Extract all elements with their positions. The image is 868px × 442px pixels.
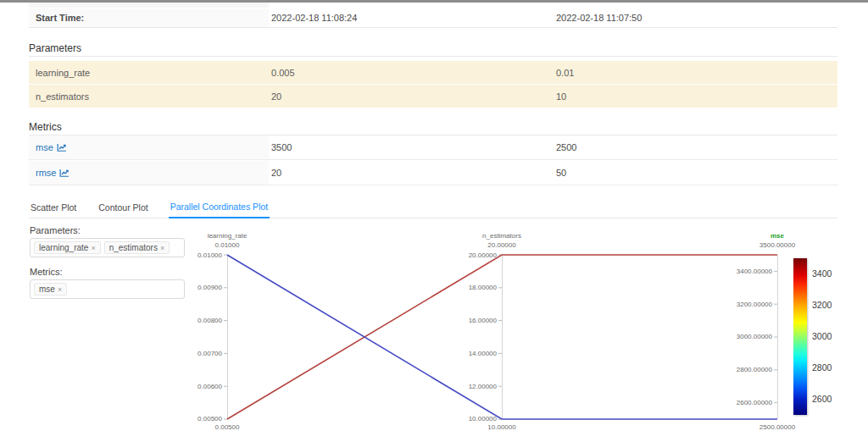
- chip-label: n_estimators: [109, 243, 158, 252]
- start-time-run2: 2022-02-18 11:07:50: [556, 13, 642, 23]
- tab-contour-plot[interactable]: Contour Plot: [97, 202, 149, 218]
- start-time-label: Start Time:: [36, 13, 84, 23]
- axis2-tick: 18.00000: [446, 284, 497, 291]
- axis1-tick: 0.00700: [171, 350, 222, 357]
- axis2-min-label: 10.00000: [434, 423, 570, 431]
- axis3-max-label: 3500.00000: [709, 241, 845, 249]
- axis1-min-label: 0.00500: [159, 423, 295, 431]
- metric-row-mse: mse 3500 2500: [29, 135, 837, 160]
- start-time-row: Start Time: 2022-02-18 11:08:24 2022-02-…: [29, 8, 837, 28]
- chip-remove-icon[interactable]: ×: [58, 285, 62, 294]
- axis1-tick: 0.00600: [171, 383, 222, 390]
- chip-mse[interactable]: mse ×: [34, 283, 67, 296]
- axis1-tick: 0.00500: [171, 415, 222, 423]
- axis2-tick: 20.00000: [446, 251, 497, 259]
- axis1-tick: 0.01000: [171, 251, 222, 259]
- axis3-tick: 2800.00000: [721, 366, 772, 373]
- colorbar-tick: 3400: [812, 268, 832, 279]
- axis2-tick: 14.00000: [446, 350, 497, 357]
- axis3-tick: 3000.00000: [721, 333, 772, 340]
- metric-run1-value: 3500: [271, 142, 292, 152]
- axis3-title[interactable]: mse: [709, 232, 845, 240]
- axis3-min-label: 2500.00000: [709, 423, 845, 431]
- tab-scatter-plot[interactable]: Scatter Plot: [29, 202, 78, 218]
- metrics-select[interactable]: mse ×: [30, 279, 185, 299]
- param-run1-value: 0.005: [271, 68, 295, 78]
- line-chart-icon: [57, 143, 67, 152]
- metric-name: rmse: [36, 168, 56, 178]
- plot-tab-bar: Scatter Plot Contour Plot Parallel Coord…: [29, 200, 837, 218]
- axis2-tick: 16.00000: [446, 317, 497, 324]
- metric-link-rmse[interactable]: rmse: [36, 168, 70, 178]
- parameters-heading-divider: [29, 56, 837, 57]
- metric-row-rmse: rmse 20 50: [29, 161, 837, 185]
- metric-name: mse: [36, 142, 53, 152]
- metric-run1-value: 20: [271, 168, 281, 178]
- param-row-n-estimators: n_estimators 20 10: [29, 85, 837, 108]
- param-name: learning_rate: [36, 68, 90, 78]
- chip-label: mse: [39, 285, 55, 294]
- chip-remove-icon[interactable]: ×: [91, 244, 95, 252]
- run-line-low-mse: [227, 255, 777, 419]
- start-time-run1: 2022-02-18 11:08:24: [271, 13, 357, 23]
- run-line-high-mse: [227, 255, 777, 419]
- metric-link-mse[interactable]: mse: [36, 142, 67, 152]
- axis2-title[interactable]: n_estimators: [434, 232, 570, 240]
- axis1-tick: 0.00900: [171, 284, 222, 291]
- param-run1-value: 20: [271, 91, 281, 102]
- colorbar-tick: 3000: [812, 331, 832, 341]
- cutoff-row-label-cell: [29, 3, 269, 8]
- param-row-learning-rate: learning_rate 0.005 0.01: [29, 61, 837, 84]
- axis1-max-label: 0.01000: [159, 241, 295, 249]
- axis2-tick: 10.00000: [446, 415, 497, 423]
- colorbar-tick: 2600: [812, 394, 832, 404]
- param-name: n_estimators: [36, 91, 89, 102]
- parameters-select-label: Parameters:: [30, 225, 81, 235]
- axis1-tick: 0.00800: [171, 317, 222, 324]
- parameters-heading: Parameters: [29, 42, 81, 54]
- line-chart-icon: [59, 169, 70, 178]
- chip-learning-rate[interactable]: learning_rate ×: [34, 241, 101, 254]
- axis1-title[interactable]: learning_rate: [159, 232, 295, 240]
- param-run2-value: 10: [556, 91, 566, 102]
- colorbar-tick: 2800: [812, 362, 832, 373]
- tab-parallel-coordinates-plot[interactable]: Parallel Coordinates Plot: [169, 202, 270, 218]
- mse-colorbar: [793, 258, 807, 415]
- colorbar-tick: 3200: [812, 300, 832, 310]
- axis2-tick: 12.00000: [446, 383, 497, 390]
- axis3-tick: 3400.00000: [721, 268, 772, 275]
- chip-label: learning_rate: [39, 243, 88, 252]
- axis3-tick: 2600.00000: [721, 399, 772, 406]
- metric-run2-value: 50: [556, 168, 566, 178]
- metrics-heading: Metrics: [29, 121, 62, 133]
- metrics-select-label: Metrics:: [30, 267, 63, 277]
- axis3-tick: 3200.00000: [721, 301, 772, 308]
- metric-run2-value: 2500: [556, 142, 576, 152]
- param-run2-value: 0.01: [556, 68, 574, 78]
- axis2-max-label: 20.00000: [434, 241, 570, 249]
